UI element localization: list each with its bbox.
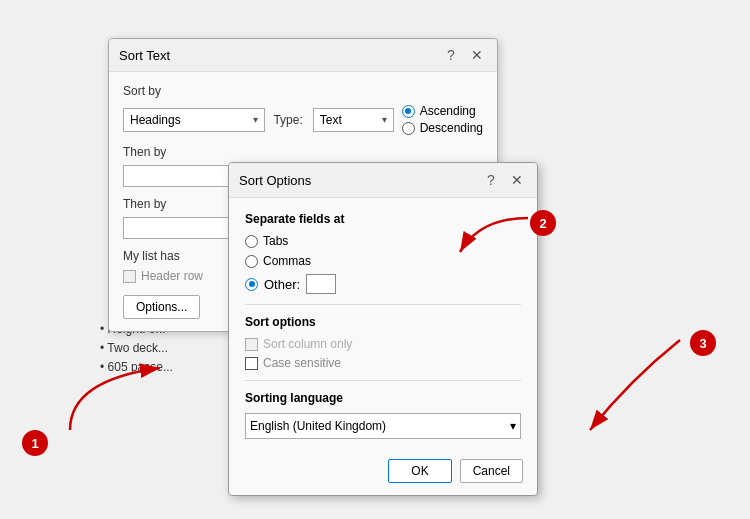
doc-line-3: • 605 passe... [100,358,173,377]
badge-label-1: 1 [31,436,38,451]
tabs-label: Tabs [263,234,288,248]
options-button[interactable]: Options... [123,295,200,319]
case-sensitive-label: Case sensitive [263,356,341,370]
type-value: Text [320,113,342,127]
descending-label: Descending [420,121,483,135]
separator-1 [245,304,521,305]
cancel-button[interactable]: Cancel [460,459,523,483]
descending-row[interactable]: Descending [402,121,483,135]
language-arrow-icon: ▾ [510,419,516,433]
other-label: Other: [264,277,300,292]
sort-direction-group: Ascending Descending [402,104,483,135]
language-select[interactable]: English (United Kingdom) ▾ [245,413,521,439]
ascending-label: Ascending [420,104,476,118]
sort-text-title: Sort Text [119,48,170,63]
sort-text-controls: ? ✕ [441,45,487,65]
badge-label-3: 3 [699,336,706,351]
language-value: English (United Kingdom) [250,419,386,433]
type-arrow-icon: ▾ [374,114,387,125]
sort-options-body: Separate fields at Tabs Commas Other: So… [229,198,537,451]
sort-by-value: Headings [130,113,181,127]
sort-options-title-bar: Sort Options ? ✕ [229,163,537,198]
other-input[interactable] [306,274,336,294]
ok-button[interactable]: OK [388,459,451,483]
other-radio[interactable] [245,278,258,291]
tabs-row[interactable]: Tabs [245,234,521,248]
descending-radio[interactable] [402,122,415,135]
tabs-radio[interactable] [245,235,258,248]
sort-by-label: Sort by [123,84,483,98]
separate-fields-label: Separate fields at [245,212,521,226]
case-sensitive-row[interactable]: Case sensitive [245,356,521,370]
sort-options-title: Sort Options [239,173,311,188]
badge-1: 1 [22,430,48,456]
type-select[interactable]: Text ▾ [313,108,394,132]
badge-label-2: 2 [539,216,546,231]
case-sensitive-checkbox[interactable] [245,357,258,370]
badge-circle-1: 1 [22,430,48,456]
badge-circle-3: 3 [690,330,716,356]
badge-2: 2 [530,210,556,236]
commas-radio[interactable] [245,255,258,268]
sort-by-row: Headings ▾ Type: Text ▾ Ascending Descen… [123,104,483,135]
sort-text-help-btn[interactable]: ? [441,45,461,65]
sort-by-arrow-icon: ▾ [245,114,258,125]
commas-row[interactable]: Commas [245,254,521,268]
sort-options-help-btn[interactable]: ? [481,170,501,190]
sorting-language-label: Sorting language [245,391,521,405]
sort-column-only-row: Sort column only [245,337,521,351]
header-row-label: Header row [141,269,203,283]
type-label: Type: [273,113,302,127]
ascending-radio[interactable] [402,105,415,118]
sort-options-footer: OK Cancel [229,451,537,495]
other-row: Other: [245,274,521,294]
sort-text-close-btn[interactable]: ✕ [467,45,487,65]
header-row-checkbox[interactable] [123,270,136,283]
sort-options-controls: ? ✕ [481,170,527,190]
sort-text-title-bar: Sort Text ? ✕ [109,39,497,72]
sort-column-only-checkbox [245,338,258,351]
badge-circle-2: 2 [530,210,556,236]
sort-options-close-btn[interactable]: ✕ [507,170,527,190]
commas-label: Commas [263,254,311,268]
doc-line-2: • Two deck... [100,339,173,358]
separator-2 [245,380,521,381]
ascending-row[interactable]: Ascending [402,104,483,118]
arrow-3-svg [530,320,710,450]
then-by-label-1: Then by [123,145,483,159]
sort-options-group-label: Sort options [245,315,521,329]
sort-options-dialog: Sort Options ? ✕ Separate fields at Tabs… [228,162,538,496]
badge-3: 3 [690,330,716,356]
sort-column-only-label: Sort column only [263,337,352,351]
sort-by-select[interactable]: Headings ▾ [123,108,265,132]
